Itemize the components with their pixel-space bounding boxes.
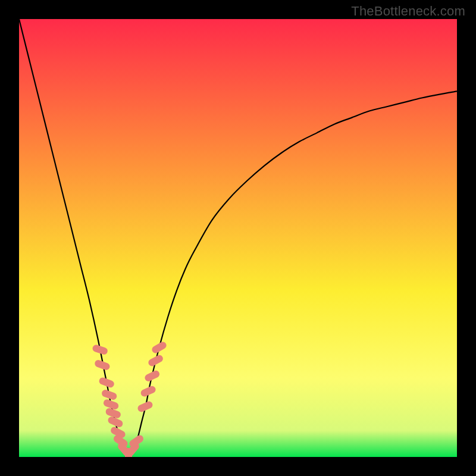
plot-area: [19, 19, 457, 457]
gradient-background: [19, 19, 457, 457]
chart-frame: TheBottleneck.com: [0, 0, 476, 476]
watermark-text: TheBottleneck.com: [351, 4, 465, 19]
bottleneck-chart: [19, 19, 457, 457]
